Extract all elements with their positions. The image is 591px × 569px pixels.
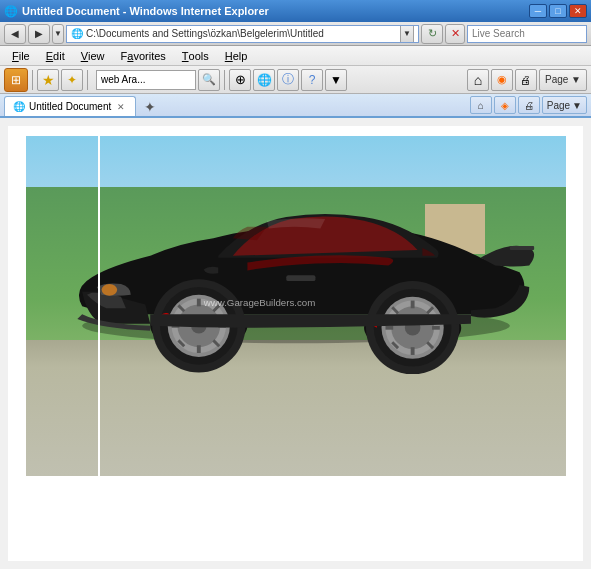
back-button[interactable]: ◀ <box>4 24 26 44</box>
start-button[interactable]: ⊞ <box>4 68 28 92</box>
menu-favorites[interactable]: Favorites <box>113 46 174 65</box>
image-divider <box>98 136 100 476</box>
title-bar: 🌐 Untitled Document - Windows Internet E… <box>0 0 591 22</box>
tab-bar-right-buttons: ⌂ ◈ 🖨 Page ▼ <box>470 96 587 116</box>
address-text: C:\Documents and Settings\özkan\Belgeler… <box>86 28 400 39</box>
tab-home-button[interactable]: ⌂ <box>470 96 492 114</box>
tab-page-label: Page <box>547 100 570 111</box>
tab-favicon: 🌐 <box>13 101 25 113</box>
address-bar: ◀ ▶ ▼ 🌐 C:\Documents and Settings\özkan\… <box>0 22 591 46</box>
toolbar-separator-1 <box>32 70 33 90</box>
toolbar-separator-3 <box>224 70 225 90</box>
address-dropdown-btn[interactable]: ▼ <box>400 25 414 43</box>
favorites-star-button[interactable]: ★ <box>37 69 59 91</box>
tab-rss-button[interactable]: ◈ <box>494 96 516 114</box>
new-tab-button[interactable]: ✦ <box>140 98 160 116</box>
tab-close-button[interactable]: ✕ <box>115 101 127 113</box>
stop-button[interactable]: ✕ <box>445 24 465 44</box>
toolbar-search-area: 🔍 <box>96 69 220 91</box>
svg-text:www.GarageBuilders.com: www.GarageBuilders.com <box>202 297 315 308</box>
arrow-toolbar-button[interactable]: ▼ <box>325 69 347 91</box>
page-button[interactable]: Page ▼ <box>539 69 587 91</box>
toolbar-search-button[interactable]: 🔍 <box>198 69 220 91</box>
menu-file[interactable]: File <box>4 46 38 65</box>
svg-rect-33 <box>286 275 315 281</box>
refresh-button[interactable]: ↻ <box>421 24 443 44</box>
add-favorites-button[interactable]: ✦ <box>61 69 83 91</box>
ie-icon: 🌐 <box>71 28 83 40</box>
forward-button[interactable]: ▶ <box>28 24 50 44</box>
window-controls: ─ □ ✕ <box>529 4 587 18</box>
nav-dropdown-button[interactable]: ▼ <box>52 24 64 44</box>
rss-button[interactable]: ◉ <box>491 69 513 91</box>
tab-label: Untitled Document <box>29 101 111 112</box>
home-toolbar-button[interactable]: ⊕ <box>229 69 251 91</box>
search-input[interactable] <box>470 28 591 39</box>
close-button[interactable]: ✕ <box>569 4 587 18</box>
window-title: Untitled Document - Windows Internet Exp… <box>22 5 529 17</box>
tab-page-button[interactable]: Page ▼ <box>542 96 587 114</box>
menu-tools[interactable]: Tools <box>174 46 217 65</box>
tab-print-button[interactable]: 🖨 <box>518 96 540 114</box>
print-button[interactable]: 🖨 <box>515 69 537 91</box>
tab-page-dropdown-icon: ▼ <box>572 100 582 111</box>
svg-point-2 <box>101 284 117 296</box>
content-area: www.GarageBuilders.com <box>0 118 591 569</box>
menu-bar: File Edit View Favorites Tools Help <box>0 46 591 66</box>
home-nav-button[interactable]: ⌂ <box>467 69 489 91</box>
toolbar-search-input[interactable] <box>96 70 196 90</box>
globe-toolbar-button[interactable]: 🌐 <box>253 69 275 91</box>
car-image: www.GarageBuilders.com <box>26 136 566 476</box>
maximize-button[interactable]: □ <box>549 4 567 18</box>
active-tab[interactable]: 🌐 Untitled Document ✕ <box>4 96 136 116</box>
window-icon: 🌐 <box>4 4 18 18</box>
svg-rect-1 <box>509 246 533 250</box>
help-toolbar-button[interactable]: ? <box>301 69 323 91</box>
menu-help[interactable]: Help <box>217 46 256 65</box>
minimize-button[interactable]: ─ <box>529 4 547 18</box>
page-content: www.GarageBuilders.com <box>8 126 583 561</box>
address-field[interactable]: 🌐 C:\Documents and Settings\özkan\Belgel… <box>66 25 419 43</box>
toolbar: ⊞ ★ ✦ 🔍 ⊕ 🌐 ⓘ ? ▼ ⌂ ◉ 🖨 Page ▼ <box>0 66 591 94</box>
menu-edit[interactable]: Edit <box>38 46 73 65</box>
info-toolbar-button[interactable]: ⓘ <box>277 69 299 91</box>
toolbar-separator-2 <box>87 70 88 90</box>
tab-bar: 🌐 Untitled Document ✕ ✦ ⌂ ◈ 🖨 Page ▼ <box>0 94 591 118</box>
search-box: 🔍 <box>467 25 587 43</box>
car-svg: www.GarageBuilders.com <box>53 180 539 374</box>
menu-view[interactable]: View <box>73 46 113 65</box>
